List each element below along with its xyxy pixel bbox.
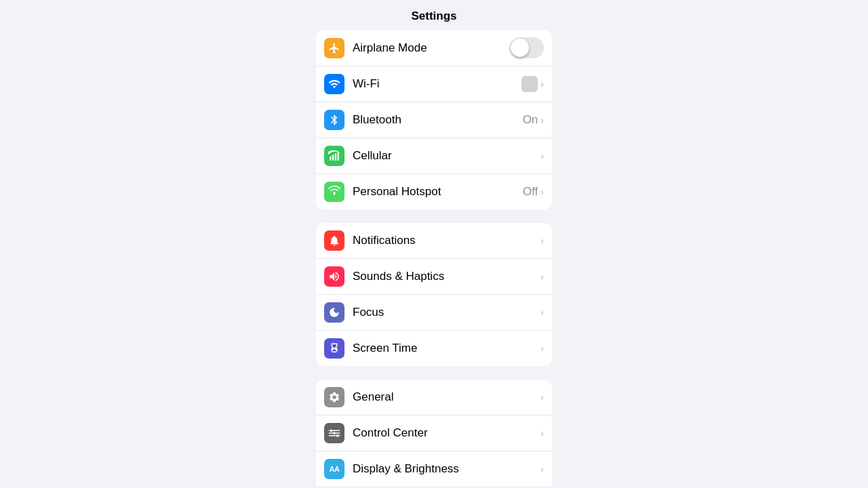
cellular-icon: [324, 146, 344, 166]
bluetooth-icon: [324, 110, 344, 130]
control-center-row[interactable]: Control Center ›: [316, 415, 552, 451]
notifications-row[interactable]: Notifications ›: [316, 223, 552, 259]
page-title: Settings: [305, 0, 563, 30]
general-label: General: [353, 390, 540, 404]
display-brightness-chevron: ›: [540, 464, 544, 474]
personal-hotspot-value: Off: [523, 185, 538, 199]
sound-icon: [324, 266, 344, 287]
cellular-label: Cellular: [353, 149, 540, 163]
screen-time-label: Screen Time: [353, 342, 540, 355]
hotspot-icon: [324, 182, 344, 202]
svg-point-7: [336, 434, 339, 437]
svg-rect-3: [338, 152, 339, 161]
svg-rect-2: [335, 153, 336, 161]
svg-point-5: [330, 429, 333, 432]
bluetooth-label: Bluetooth: [353, 113, 523, 127]
svg-point-6: [333, 432, 336, 434]
personal-hotspot-chevron: ›: [540, 186, 544, 197]
svg-rect-0: [330, 157, 331, 161]
notifications-label: Notifications: [353, 234, 540, 247]
control-center-label: Control Center: [353, 426, 540, 440]
airplane-mode-row[interactable]: Airplane Mode: [316, 30, 552, 66]
wifi-chevron: ›: [540, 79, 544, 89]
personal-hotspot-label: Personal Hotspot: [353, 185, 523, 199]
bluetooth-value: On: [523, 113, 538, 127]
display-brightness-label: Display & Brightness: [353, 462, 540, 476]
hourglass-icon: [324, 338, 344, 359]
cellular-row[interactable]: Cellular ›: [316, 138, 552, 174]
aa-icon: AA: [324, 459, 344, 479]
focus-label: Focus: [353, 306, 540, 319]
general-group: General › Control Center ›: [316, 380, 552, 488]
general-chevron: ›: [540, 392, 544, 403]
cellular-chevron: ›: [540, 150, 544, 161]
wifi-value: [521, 76, 538, 92]
notifications-chevron: ›: [540, 235, 544, 246]
personal-hotspot-row[interactable]: Personal Hotspot Off ›: [316, 174, 552, 209]
notifications-group: Notifications › Sounds & Haptics › Focus…: [316, 223, 552, 366]
sliders-icon: [324, 423, 344, 443]
airplane-mode-toggle[interactable]: [509, 37, 544, 58]
sounds-haptics-row[interactable]: Sounds & Haptics ›: [316, 259, 552, 295]
screen-time-chevron: ›: [540, 343, 544, 354]
bluetooth-row[interactable]: Bluetooth On ›: [316, 102, 552, 138]
airplane-icon: [324, 38, 344, 58]
wifi-icon: [324, 74, 344, 94]
bell-icon: [324, 230, 344, 251]
connectivity-group: Airplane Mode Wi-Fi › Bluetooth: [316, 30, 552, 209]
svg-rect-1: [332, 155, 334, 161]
control-center-chevron: ›: [540, 428, 544, 439]
focus-chevron: ›: [540, 307, 544, 318]
sounds-haptics-label: Sounds & Haptics: [353, 270, 540, 283]
moon-icon: [324, 302, 344, 323]
sounds-haptics-chevron: ›: [540, 271, 544, 282]
screen-time-row[interactable]: Screen Time ›: [316, 331, 552, 366]
bluetooth-chevron: ›: [540, 115, 544, 125]
gear-icon: [324, 387, 344, 407]
general-row[interactable]: General ›: [316, 380, 552, 415]
display-brightness-row[interactable]: AA Display & Brightness ›: [316, 451, 552, 487]
focus-row[interactable]: Focus ›: [316, 295, 552, 331]
wifi-row[interactable]: Wi-Fi ›: [316, 66, 552, 102]
airplane-mode-label: Airplane Mode: [353, 41, 509, 55]
wifi-label: Wi-Fi: [353, 77, 521, 91]
